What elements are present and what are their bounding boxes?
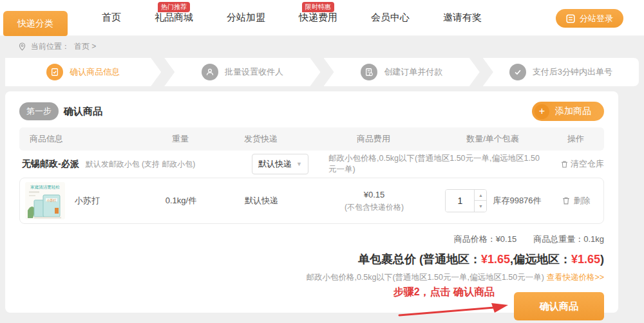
- col-weight: 重量: [148, 133, 213, 145]
- quantity-decrease-button[interactable]: ▼: [475, 201, 486, 212]
- nav-menu: 首页 热门推荐 礼品商城 分站加盟 限时特惠 快递费用 会员中心 邀请有奖: [85, 0, 498, 36]
- quantity-input[interactable]: [446, 190, 474, 212]
- normal-region-price: ¥1.65: [481, 253, 510, 266]
- package-total-mid: ,偏远地区：: [510, 253, 571, 266]
- package-total-suffix: ): [600, 253, 604, 266]
- step-label: 批量设置收件人: [225, 66, 283, 78]
- remote-region-price: ¥1.65: [571, 253, 600, 266]
- steps-bar: 确认商品信息 批量设置收件人 创建订单并付款 支付后3分钟内出单号: [5, 58, 639, 86]
- step2-annotation: 步骤2，点击 确认商品: [393, 286, 495, 299]
- nav-item-label: 邀请有奖: [443, 12, 482, 24]
- chevron-down-icon: ▼: [296, 161, 302, 167]
- postal-price-note: 邮政小包价格,0.5kg以下(普通地区1.50元一单,偏远地区1.50元一单): [328, 153, 540, 175]
- stock-count: 库存99876件: [493, 195, 541, 207]
- login-button-label: 分站登录: [580, 13, 613, 24]
- top-nav: 快递分类 首页 热门推荐 礼品商城 分站加盟 限时特惠 快递费用 会员中心 邀请…: [0, 0, 644, 36]
- red-arrow-icon: [397, 300, 510, 318]
- warehouse-name: 无锡邮政-必派: [22, 158, 79, 170]
- col-quantity: 数量/单个包裹: [438, 133, 547, 145]
- quantity-increase-button[interactable]: ▲: [475, 190, 486, 201]
- hot-badge: 热门推荐: [158, 2, 190, 12]
- category-tab[interactable]: 快递分类: [3, 11, 68, 36]
- trash-icon: [560, 160, 569, 169]
- product-weight: 0.1kg/件: [149, 195, 213, 207]
- step-create-order-pay: 创建订单并付款: [324, 58, 480, 86]
- nav-item-label: 礼品商城: [155, 12, 193, 24]
- product-fee-cell: ¥0.15 (不包含快递价格): [310, 189, 439, 213]
- breadcrumb: 当前位置： 首页 >: [0, 36, 644, 57]
- stepper-buttons: ▲ ▼: [474, 190, 486, 212]
- product-price-value: ¥0.15: [496, 234, 517, 244]
- check-icon: [509, 64, 526, 80]
- nav-item-gift-mall[interactable]: 热门推荐 礼品商城: [138, 0, 210, 36]
- step-label: 创建订单并付款: [384, 66, 442, 78]
- confirm-area: 步骤2，点击 确认商品 确认商品: [19, 286, 604, 323]
- confirm-product-label: 确认商品: [540, 300, 578, 311]
- category-tab-label: 快递分类: [17, 18, 53, 30]
- product-price-label: 商品价格：: [454, 234, 496, 244]
- add-product-button[interactable]: + 添加商品: [532, 102, 604, 121]
- confirm-product-card: 第一步 确认商品 + 添加商品 商品信息 重量 发货快递 商品费用 数量/单个包…: [5, 91, 618, 313]
- product-image[interactable]: 家庭清洁更轻松 小苏打: [25, 182, 65, 219]
- postal-note: 邮政小包价格,0.5kg以下(普通地区1.50元一单,偏远地区1.50元一单): [306, 273, 546, 282]
- express-select-cell: 默认快递 ▼: [232, 154, 328, 174]
- nav-item-label: 快递费用: [299, 12, 337, 24]
- clear-warehouse-label: 清空仓库: [571, 158, 604, 170]
- substation-login-button[interactable]: 分站登录: [556, 9, 623, 28]
- product-image-caption: 家庭清洁更轻松: [30, 185, 60, 190]
- delete-product-label: 删除: [574, 195, 591, 207]
- section-title: 确认商品: [64, 106, 102, 118]
- order-document-icon: [361, 64, 377, 80]
- step-confirm-product-info: 确认商品信息: [5, 58, 161, 86]
- warehouse-group-row: 无锡邮政-必派 默认发邮政小包 (支持 邮政小包) 默认快递 ▼ 邮政小包价格,…: [19, 151, 604, 178]
- section-header: 第一步 确认商品 + 添加商品: [19, 100, 604, 122]
- breadcrumb-home-link[interactable]: 首页 >: [74, 41, 96, 52]
- nav-item-member-center[interactable]: 会员中心: [354, 0, 426, 36]
- package-total-prefix: 单包裹总价 (普通地区：: [358, 253, 481, 266]
- location-pin-icon: [18, 42, 26, 51]
- product-price-note: (不包含快递价格): [310, 202, 439, 213]
- quantity-cell: ▲ ▼ 库存99876件: [439, 189, 548, 212]
- view-express-price-link[interactable]: 查看快递价格>>: [546, 273, 604, 282]
- step-tracking-number: 支付后3分钟内出单号: [483, 58, 639, 86]
- nav-item-invite-reward[interactable]: 邀请有奖: [426, 0, 498, 36]
- nav-item-label: 首页: [102, 12, 121, 24]
- product-price: ¥0.15: [310, 189, 439, 202]
- col-product-fee: 商品费用: [309, 133, 438, 145]
- summary-subtotal-row: 商品价格：¥0.15商品总重量：0.1kg: [19, 234, 604, 245]
- person-icon: [202, 64, 218, 80]
- clipboard-check-icon: [46, 64, 63, 80]
- step-label: 确认商品信息: [70, 66, 120, 78]
- express-select-value: 默认快递: [258, 158, 292, 170]
- svg-text:小苏打: 小苏打: [47, 198, 57, 203]
- step-batch-set-recipients: 批量设置收件人: [164, 58, 320, 86]
- total-weight-label: 商品总重量：: [533, 234, 583, 244]
- quantity-stepper: ▲ ▼: [445, 189, 487, 212]
- step-label: 支付后3分钟内出单号: [533, 66, 612, 78]
- nav-item-franchise[interactable]: 分站加盟: [210, 0, 282, 36]
- trash-icon: [562, 196, 571, 205]
- breadcrumb-prefix: 当前位置：: [31, 41, 70, 52]
- warehouse-note: 默认发邮政小包 (支持 邮政小包): [86, 159, 196, 170]
- nav-item-label: 分站加盟: [227, 12, 265, 24]
- plus-icon: +: [535, 104, 549, 119]
- package-total-row: 单包裹总价 (普通地区：¥1.65,偏远地区：¥1.65): [19, 252, 604, 267]
- product-info-cell: 家庭清洁更轻松 小苏打 小苏打: [20, 182, 149, 219]
- step-one-badge: 第一步: [19, 102, 59, 120]
- add-product-label: 添加商品: [555, 106, 591, 117]
- nav-item-express-fee[interactable]: 限时特惠 快递费用: [282, 0, 354, 36]
- clear-warehouse-button[interactable]: 清空仓库: [540, 158, 604, 170]
- nav-item-label: 会员中心: [371, 12, 410, 24]
- confirm-product-button[interactable]: 确认商品: [514, 292, 604, 320]
- col-express: 发货快递: [213, 133, 309, 145]
- postal-note-row: 邮政小包价格,0.5kg以下(普通地区1.50元一单,偏远地区1.50元一单) …: [19, 272, 604, 283]
- col-actions: 操作: [547, 133, 604, 145]
- express-select[interactable]: 默认快递 ▼: [252, 154, 308, 174]
- table-header-row: 商品信息 重量 发货快递 商品费用 数量/单个包裹 操作: [19, 127, 604, 151]
- delete-product-button[interactable]: 删除: [548, 195, 603, 207]
- nav-item-home[interactable]: 首页: [85, 0, 138, 36]
- product-row: 家庭清洁更轻松 小苏打 小苏打 0.1kg/件 默认快递 ¥0.15 (不包含快…: [19, 178, 604, 224]
- product-express: 默认快递: [213, 195, 310, 207]
- warehouse-name-cell: 无锡邮政-必派 默认发邮政小包 (支持 邮政小包): [19, 158, 232, 170]
- col-product-info: 商品信息: [19, 133, 148, 145]
